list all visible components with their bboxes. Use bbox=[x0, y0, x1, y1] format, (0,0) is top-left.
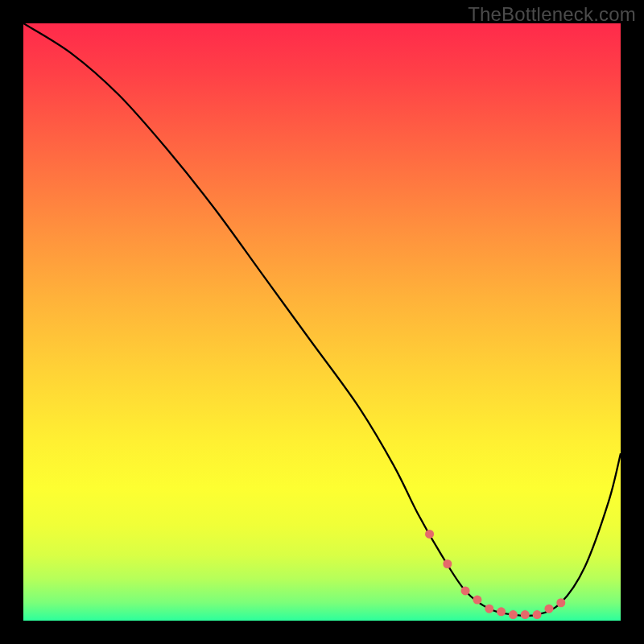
optimal-dot bbox=[425, 530, 434, 539]
optimal-range-dots bbox=[425, 530, 565, 619]
optimal-dot bbox=[473, 596, 481, 605]
optimal-dot bbox=[485, 605, 493, 613]
optimal-dot bbox=[533, 610, 542, 619]
optimal-dot bbox=[544, 605, 553, 613]
bottleneck-curve-path bbox=[23, 23, 621, 616]
watermark-text: TheBottleneck.com bbox=[468, 3, 636, 26]
optimal-dot bbox=[443, 559, 452, 568]
optimal-dot bbox=[461, 586, 470, 595]
optimal-dot bbox=[521, 610, 530, 619]
optimal-dot bbox=[509, 610, 518, 619]
optimal-dot bbox=[556, 598, 565, 607]
optimal-dot bbox=[497, 607, 506, 616]
gradient-background bbox=[23, 23, 621, 621]
bottleneck-curve-svg bbox=[23, 23, 621, 621]
chart-frame: TheBottleneck.com bbox=[0, 0, 644, 644]
